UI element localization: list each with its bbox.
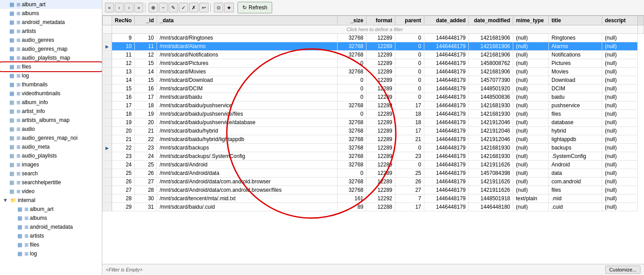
sidebar-item-audio_genres[interactable]: ▦⊞audio_genres [0,36,102,44]
sidebar-item-log[interactable]: ▦⊞log [0,71,102,80]
col-parent[interactable]: parent [395,16,424,25]
table-row[interactable]: 1819/mnt/sdcard/baidu/pushservice/files0… [103,110,644,118]
sidebar-item-artists_albums_map[interactable]: ▦⊞artists_albums_map [0,116,102,125]
col-date-modified[interactable]: date_modified [469,16,513,25]
data-grid[interactable]: RecNo _id _data _size format parent date… [102,16,644,264]
sidebar-item-audio_meta[interactable]: ▦⊞audio_meta [0,142,102,151]
sidebar-item-log2[interactable]: ▦⊞log [0,249,102,258]
customize-button[interactable]: Customize... [605,266,640,274]
tree-label-searchhelpertitle: searchhelpertitle [22,179,61,186]
sidebar-item-albums[interactable]: ▦⊞albums [0,9,102,18]
sidebar-item-search[interactable]: ▦⊞search [0,169,102,178]
tree-icon-artists: ▦ [8,28,15,35]
sidebar-item-artists2[interactable]: ▦⊞artists [0,231,102,240]
nav-prev-btn[interactable]: ‹ [115,3,124,12]
sidebar-item-audio_playlists_map[interactable]: ▦⊞audio_playlists_map [0,53,102,62]
title: Android [549,161,602,169]
sidebar-item-images[interactable]: ▦⊞images [0,160,102,169]
table-row[interactable]: 1215/mnt/sdcard/Pictures0122890144644817… [103,59,644,68]
table-row[interactable]: 1516/mnt/sdcard/DCIM01228901446448179144… [103,85,644,93]
sidebar-item-internal[interactable]: ▼📁internal [0,196,102,205]
col-desc[interactable]: descript [602,16,638,25]
table-row[interactable]: 910/mnt/sdcard/Ringtones3276812289014464… [103,34,644,42]
sidebar-item-video[interactable]: ▦⊞video [0,187,102,196]
table-row[interactable]: 2021/mnt/sdcard/baidu/hybrid327681228917… [103,127,644,135]
refresh-button[interactable]: ↻ Refresh [237,2,272,13]
sidebar-item-searchhelpertitle[interactable]: ▦⊞searchhelpertitle [0,178,102,187]
type-icon-android_metadata2: ⊞ [24,224,28,230]
recno: 23 [112,152,135,161]
sidebar-item-artists[interactable]: ▦⊞artists [0,27,102,36]
table-row[interactable]: 2728/mnt/sdcard/Android/data/com.android… [103,186,644,194]
tree-icon-album_info: ▦ [8,99,15,106]
type-icon-thumbnails: ⊞ [16,82,20,88]
delete-btn[interactable]: − [159,3,168,12]
table-row[interactable]: 2425/mnt/sdcard/Android32768122890144644… [103,161,644,169]
row-indicator [103,169,112,178]
table-row[interactable]: 1415/mnt/sdcard/Download0122890144644817… [103,76,644,85]
col-data[interactable]: _data [157,16,338,25]
table-row[interactable]: ▶1011/mnt/sdcard/Alarms32768122890144644… [103,42,644,51]
circle-btn[interactable]: ⊙ [214,3,223,12]
sidebar-item-artist_info[interactable]: ▦⊞artist_info [0,107,102,116]
col-size[interactable]: _size [338,16,366,25]
table-row[interactable]: ▶2223/mnt/sdcard/backups3276812289014464… [103,144,644,152]
sidebar-item-android_metadata[interactable]: ▦⊞android_metadata [0,18,102,27]
undo-btn[interactable]: ↩ [199,3,209,12]
nav-first-btn[interactable]: « [105,3,114,12]
data-path: /mnt/sdcard/baidu/pushservice [157,101,338,110]
table-row[interactable]: 2931/mnt/sdcard/baidu/.cuid8912288171446… [103,203,644,211]
mime: (null) [513,135,549,144]
star-btn[interactable]: ★ [224,3,234,12]
table-row[interactable]: 2627/mnt/sdcard/Android/data/com.android… [103,178,644,186]
filter-hint[interactable]: Click here to define a filter [112,25,638,34]
type-icon-artists: ⊞ [16,28,20,34]
col-mime[interactable]: mime_type [513,16,549,25]
table-row[interactable]: 1112/mnt/sdcard/Notifications32768122890… [103,51,644,59]
sidebar-item-files[interactable]: ▦⊞files [0,62,102,71]
sidebar-item-album_info[interactable]: ▦⊞album_info [0,98,102,107]
nav-next-btn[interactable]: › [125,3,133,12]
sidebar-item-album_art2[interactable]: ▦⊞album_art [0,205,102,214]
sidebar-item-album_art[interactable]: ▦⊞album_art [0,0,102,9]
sidebar-item-albums2[interactable]: ▦⊞albums [0,214,102,222]
sidebar-item-audio_playlists[interactable]: ▦⊞audio_playlists [0,151,102,160]
cancel-btn[interactable]: ✗ [189,3,198,12]
table-row[interactable]: 2122/mnt/sdcard/baidu/hybrid/lightappdb3… [103,135,644,144]
sidebar-item-audio_genres_map[interactable]: ▦⊞audio_genres_map [0,44,102,53]
sidebar-item-audio[interactable]: ▦⊞audio [0,125,102,133]
title: data [549,169,602,178]
tree-label-album_info: album_info [22,99,48,105]
mime: (null) [513,110,549,118]
sidebar-item-videothumbnails[interactable]: ▦⊞videothumbnails [0,89,102,98]
date-added: 1446448179 [424,93,469,101]
col-id[interactable]: _id [135,16,157,25]
nav-last-btn[interactable]: » [134,3,143,12]
date-modified: 1457077390 [469,76,513,85]
sidebar-item-android_metadata2[interactable]: ▦⊞android_metadata [0,222,102,231]
add-btn[interactable]: ⊕ [149,3,158,12]
col-title[interactable]: title [549,16,602,25]
table-row[interactable]: 1718/mnt/sdcard/baidu/pushservice3276812… [103,101,644,110]
table-row[interactable]: 1920/mnt/sdcard/baidu/pushservice/databa… [103,118,644,127]
col-date-added[interactable]: date_added [424,16,469,25]
confirm-btn[interactable]: ✓ [179,3,188,12]
table-row[interactable]: 2526/mnt/sdcard/Android/data012289251446… [103,169,644,178]
sidebar-item-audio_genres_map_noi[interactable]: ▦⊞audio_genres_map_noi [0,133,102,142]
tree-label-artist_info: artist_info [22,108,45,114]
date-added: 1446448179 [424,68,469,76]
table-row[interactable]: 2830/mnt/sdcard/tencent/mta/.mid.txt1611… [103,194,644,203]
size: 0 [338,169,366,178]
edit-btn[interactable]: ✎ [169,3,178,12]
row-indicator [103,93,112,101]
title: .SystemConfig [549,152,602,161]
sidebar-item-files2[interactable]: ▦⊞files [0,240,102,249]
table-row[interactable]: 1617/mnt/sdcard/baidu0122890144644817914… [103,93,644,101]
sidebar-item-thumbnails[interactable]: ▦⊞thumbnails [0,80,102,89]
table-row[interactable]: 1314/mnt/sdcard/Movies327681228901446448… [103,68,644,76]
col-recno[interactable]: RecNo [112,16,135,25]
col-format[interactable]: format [366,16,395,25]
table-row[interactable]: 2324/mnt/sdcard/backups/.SystemConfig327… [103,152,644,161]
type-icon-log: ⊞ [16,73,20,79]
data-path: /mnt/sdcard/backups/.SystemConfig [157,152,338,161]
